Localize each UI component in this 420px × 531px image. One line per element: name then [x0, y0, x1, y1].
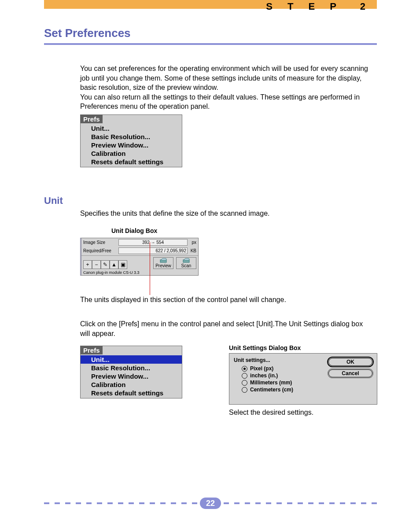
fig2-label: Unit Settings Dialog Box: [229, 344, 301, 351]
menu-item-reset[interactable]: Resets default settings: [81, 158, 182, 166]
unit-settings-dialog: Unit settings... Pixel (px) inches (in.)…: [229, 353, 377, 405]
radio-inches[interactable]: inches (in.): [234, 372, 324, 379]
prefs-menu-expanded: Prefs Unit... Basic Resolution... Previe…: [80, 346, 182, 398]
dialog-heading: Unit settings...: [234, 357, 324, 363]
scanner-icon: [160, 258, 167, 263]
radio-cm[interactable]: Centimeters (cm): [234, 386, 324, 393]
radio-label: Centimeters (cm): [250, 387, 293, 393]
menu-item-preview-window[interactable]: Preview Window...: [81, 141, 182, 149]
required-value: 622 / 2,095,992: [118, 247, 188, 254]
radio-icon: [242, 373, 247, 379]
fig1-caption: The units displayed in this section of t…: [80, 296, 366, 304]
radio-icon: [242, 380, 247, 386]
intro-paragraph: You can set preferences for the operatin…: [80, 64, 371, 111]
radio-label: inches (in.): [250, 372, 278, 379]
image-size-value: 392 → 554: [118, 239, 188, 246]
zoom-out-icon[interactable]: −: [92, 260, 101, 269]
zoom-in-icon[interactable]: +: [83, 260, 92, 269]
ok-button[interactable]: OK: [328, 358, 372, 366]
radio-pixel[interactable]: Pixel (px): [234, 365, 324, 372]
scan-button-label: Scan: [181, 263, 192, 268]
fig1-label: Unit Dialog Box: [111, 227, 157, 234]
radio-icon: [242, 387, 247, 393]
prefs-menu-header[interactable]: Prefs: [81, 346, 103, 354]
svg-rect-0: [160, 260, 166, 262]
menu-item-unit[interactable]: Unit...: [81, 355, 182, 364]
required-label: Required/Free: [83, 248, 118, 253]
scan-button[interactable]: Scan: [176, 257, 196, 269]
paragraph-2: Click on the [Prefs] menu in the control…: [80, 319, 371, 338]
callout-line: [150, 242, 150, 295]
svg-rect-1: [183, 260, 189, 262]
page-footer: 22: [44, 498, 377, 509]
menu-item-resolution[interactable]: Basic Resolution...: [81, 364, 182, 372]
menu-item-calibration[interactable]: Calibration: [81, 380, 182, 389]
prefs-menu-header[interactable]: Prefs: [81, 115, 103, 123]
cancel-button[interactable]: Cancel: [328, 369, 372, 377]
footer-dash-right: [224, 502, 377, 504]
fig2-caption: Select the desired settings.: [229, 409, 313, 417]
step-label: S T E P 2: [266, 1, 372, 12]
required-unit: KB: [188, 248, 196, 253]
header-bar: S T E P 2: [44, 0, 377, 9]
page-number: 22: [200, 498, 221, 509]
section-desc: Specifies the units that define the size…: [80, 210, 366, 218]
mountain-icon[interactable]: ▲: [110, 260, 118, 269]
title-underline: [44, 43, 377, 45]
menu-item-calibration[interactable]: Calibration: [81, 149, 182, 158]
radio-mm[interactable]: Millimeters (mm): [234, 379, 324, 386]
pen-icon[interactable]: ✎: [101, 260, 110, 269]
image-icon[interactable]: ▣: [118, 260, 127, 269]
preview-button-label: Preview: [155, 263, 171, 268]
image-size-label: Image Size: [83, 240, 118, 245]
radio-label: Millimeters (mm): [250, 380, 292, 386]
page-title: Set Preferences: [44, 26, 131, 40]
section-heading-unit: Unit: [44, 195, 63, 206]
footer-dash-left: [44, 502, 197, 504]
image-size-unit: px: [188, 240, 196, 245]
radio-icon: [242, 366, 247, 372]
preview-button[interactable]: Preview: [153, 257, 173, 269]
scanner-icon: [183, 258, 190, 263]
prefs-menu: Prefs Unit... Basic Resolution... Previe…: [80, 114, 182, 167]
menu-item-reset[interactable]: Resets default settings: [81, 389, 182, 397]
menu-item-resolution[interactable]: Basic Resolution...: [81, 133, 182, 141]
menu-item-preview-window[interactable]: Preview Window...: [81, 372, 182, 380]
unit-dialog-figure: Image Size 392 → 554 px Required/Free 62…: [80, 238, 199, 276]
fig1-footer: Canon plug-in module CS-U 3.3: [81, 270, 198, 275]
radio-label: Pixel (px): [250, 365, 273, 372]
menu-item-unit[interactable]: Unit...: [81, 124, 182, 133]
